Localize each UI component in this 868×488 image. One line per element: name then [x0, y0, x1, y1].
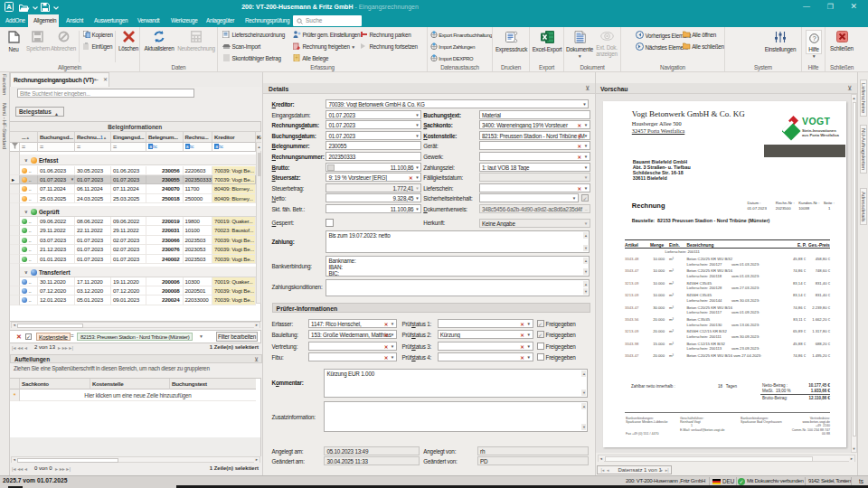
svg-text:?: ?: [812, 35, 816, 42]
